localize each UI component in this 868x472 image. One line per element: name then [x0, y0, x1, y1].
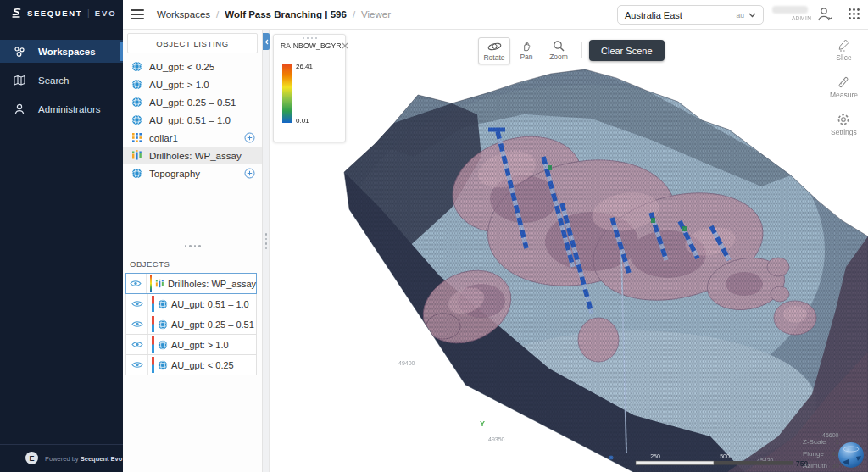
object-listing-panel: OBJECT LISTING AU_gpt: < 0.25 AU_gpt: > … — [123, 30, 263, 472]
sidebar-item-workspaces[interactable]: Workspaces — [0, 40, 123, 63]
object-row-drillholes[interactable]: Drillholes: WP_assay — [125, 273, 257, 294]
breadcrumb-separator: / — [353, 9, 355, 19]
colormap-legend-panel[interactable]: RAINBOW_BGYR 26.41 0.01 — [273, 34, 346, 142]
list-item-label: AU_gpt: > 1.0 — [149, 80, 255, 90]
zoom-label: Zoom — [549, 53, 568, 61]
panel-resize-handle[interactable] — [123, 245, 262, 247]
list-item-au-051-10[interactable]: AU_gpt: 0.51 – 1.0 — [123, 111, 262, 129]
mesh-sphere-icon — [131, 79, 142, 90]
visibility-eye-icon[interactable] — [126, 274, 147, 293]
mesh-sphere-icon — [131, 168, 142, 179]
toolbar-divider — [581, 42, 582, 58]
object-row-au-gt-10[interactable]: AU_gpt: > 1.0 — [125, 334, 257, 355]
measure-label: Measure — [830, 91, 858, 99]
legend-gradient-bar — [282, 64, 292, 123]
chevron-down-icon — [748, 13, 756, 18]
visibility-eye-icon[interactable] — [126, 314, 148, 334]
list-item-topography[interactable]: Topography — [123, 164, 262, 182]
object-row-au-lt-025[interactable]: AU_gpt: < 0.25 — [125, 354, 257, 375]
list-item-au-gt-10[interactable]: AU_gpt: > 1.0 — [123, 75, 262, 93]
breadcrumb-viewer: Viewer — [361, 9, 391, 19]
rotate-tool-button[interactable]: Rotate — [478, 37, 510, 64]
objects-list: Drillholes: WP_assay AU_gpt: 0.51 – 1.0 — [125, 274, 257, 375]
add-to-scene-icon[interactable] — [244, 168, 255, 179]
list-item-label: Topography — [149, 169, 237, 179]
svg-text:1: 1 — [836, 438, 840, 446]
clear-scene-button[interactable]: Clear Scene — [589, 40, 665, 61]
list-item-label: AU_gpt: 0.25 – 0.51 — [149, 97, 255, 108]
list-item-au-025-051[interactable]: AU_gpt: 0.25 – 0.51 — [123, 93, 262, 111]
add-to-scene-icon[interactable] — [244, 132, 255, 143]
list-item-label: AU_gpt: < 0.25 — [149, 62, 255, 72]
splitter-drag-handle[interactable] — [265, 233, 268, 249]
legend-close-icon[interactable] — [342, 42, 348, 49]
measure-tool-button[interactable]: Measure — [830, 75, 858, 99]
sidebar-item-search[interactable]: Search — [0, 69, 123, 92]
y-axis-label: Y — [480, 419, 485, 428]
colormap-strip — [152, 296, 154, 312]
svg-text:250: 250 — [650, 453, 660, 459]
sidebar-item-administrators[interactable]: Administrators — [0, 97, 123, 120]
object-row-label: AU_gpt: > 1.0 — [171, 340, 229, 350]
svg-text:49350: 49350 — [488, 436, 505, 442]
seequent-logo: SEEQUENT | EVO — [10, 7, 117, 19]
menu-hamburger-icon[interactable] — [131, 9, 144, 19]
product-name: EVO — [95, 8, 117, 18]
drillholes-icon — [155, 279, 164, 289]
mesh-sphere-icon — [158, 340, 168, 350]
list-item-au-lt-025[interactable]: AU_gpt: < 0.25 — [123, 58, 262, 75]
region-selector[interactable]: Australia East au — [617, 5, 764, 25]
seequent-s-icon — [10, 7, 22, 19]
person-icon — [13, 103, 26, 116]
collapse-panel-button[interactable] — [263, 33, 270, 50]
slice-tool-button[interactable]: Slice — [836, 38, 851, 62]
sidebar: SEEQUENT | EVO Workspaces Search — [0, 0, 123, 472]
viewport-3d: 49400 49350 45600 45430 Y 250 500 750 Z-… — [270, 30, 868, 472]
object-row-au-051-10[interactable]: AU_gpt: 0.51 – 1.0 — [125, 293, 257, 314]
visibility-eye-icon[interactable] — [126, 355, 148, 375]
points-grid-icon — [131, 132, 142, 143]
logo-divider: | — [87, 8, 90, 18]
svg-text:Plunge: Plunge — [803, 450, 824, 458]
chevron-left-icon — [264, 39, 269, 45]
object-row-au-025-051[interactable]: AU_gpt: 0.25 – 0.51 — [125, 314, 257, 335]
user-menu[interactable] — [815, 6, 834, 23]
svg-text:500: 500 — [720, 453, 730, 459]
slice-icon — [837, 38, 850, 52]
sidebar-footer: E Powered by Seequent Evo — [0, 444, 123, 472]
orientation-globe[interactable] — [838, 442, 864, 468]
mesh-sphere-icon — [131, 61, 142, 72]
pan-tool-button[interactable]: Pan — [510, 37, 542, 63]
settings-tool-button[interactable]: Settings — [831, 113, 857, 136]
svg-text:Azimuth: Azimuth — [803, 462, 827, 469]
zoom-tool-button[interactable]: Zoom — [542, 37, 575, 63]
legend-max-value: 26.41 — [296, 63, 313, 70]
powered-by-text: Powered by Seequent Evo — [45, 455, 122, 463]
colormap-strip — [152, 357, 154, 373]
breadcrumb-workspace-name[interactable]: Wolf Pass Branching | 596 — [225, 9, 347, 19]
svg-text:39: 39 — [832, 462, 839, 469]
viewer-side-tools: Slice Measure Settings — [830, 38, 858, 136]
legend-title: RAINBOW_BGYR — [281, 42, 342, 50]
colormap-strip — [152, 336, 154, 353]
pan-label: Pan — [520, 53, 532, 61]
visibility-eye-icon[interactable] — [126, 294, 148, 314]
app-grid-icon[interactable] — [848, 8, 860, 24]
list-item-label: AU_gpt: 0.51 – 1.0 — [149, 115, 255, 125]
sidebar-item-label: Workspaces — [38, 47, 96, 57]
3d-scene[interactable]: 49400 49350 45600 45430 Y 250 500 750 Z-… — [270, 30, 868, 472]
panel-splitter[interactable] — [263, 30, 270, 472]
list-item-collar1[interactable]: collar1 — [123, 129, 262, 147]
rotate-icon — [487, 41, 502, 53]
gear-icon — [837, 113, 850, 126]
svg-text:45600: 45600 — [822, 432, 839, 438]
sidebar-item-label: Search — [38, 75, 69, 86]
list-item-drillholes[interactable]: Drillholes: WP_assay — [123, 147, 262, 164]
pan-hand-icon — [520, 40, 533, 52]
visibility-eye-icon[interactable] — [126, 335, 148, 354]
breadcrumb-workspaces[interactable]: Workspaces — [157, 9, 210, 19]
measure-ruler-icon — [837, 75, 850, 89]
viewer-toolbar: Rotate Pan Zoom Clear Scene — [478, 37, 665, 64]
drillholes-icon — [131, 150, 142, 161]
user-role-label: ADMIN — [792, 15, 811, 21]
